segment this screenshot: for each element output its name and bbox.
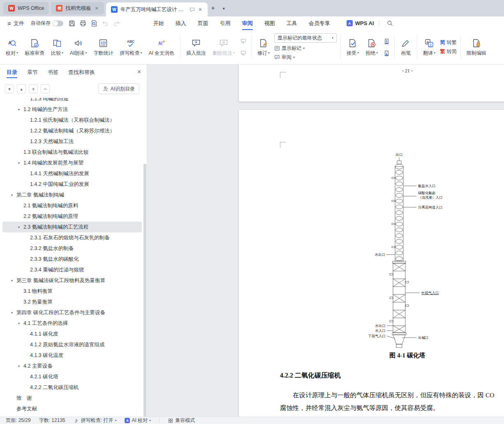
ai-proofread-status[interactable]: A AI 校对 ▾ [125, 417, 151, 424]
toc-item[interactable]: ▾ 参考文献 [2, 403, 142, 414]
toc-item[interactable]: ▾ 1.4 纯碱的发展前景与展望 [2, 158, 142, 168]
sidebar-tab[interactable]: 查找和替换 [68, 65, 95, 80]
word-count-button[interactable]: 123 字数统计 [90, 32, 116, 62]
ai-recognize-toc-button[interactable]: AI识别目录 [98, 83, 139, 94]
toc-item[interactable]: ▾ 1.1.3 纯碱的用途 [2, 98, 142, 104]
proofread-button[interactable]: A 校对▾ [2, 32, 21, 62]
previous-change-button[interactable] [382, 37, 391, 46]
tab-document-active[interactable]: W 年产五万吨纯碱工艺设计 计算 × [106, 2, 208, 16]
tab-wps-office[interactable]: W WPS Office [3, 2, 49, 14]
ai-polish-button[interactable]: AI AI 全文润色 [145, 32, 178, 62]
menu-tab[interactable]: 引用 [214, 16, 236, 30]
toc-item[interactable]: ▾ 1.2.2 氨碱法制纯碱（又称苏尔维法） [2, 125, 142, 136]
toc-item[interactable]: ▾ 2.3.3 氨盐水的碳酸化 [2, 254, 142, 264]
toc-item[interactable]: ▾ 第二章 氨碱法制纯碱 [2, 190, 142, 200]
menu-tab[interactable]: 插入 [170, 16, 192, 30]
toc-item[interactable]: ▾ 4.1.2 原始氨盐水溶液的适宜组成 [2, 339, 142, 350]
accept-change-button[interactable]: 接受▾ [343, 32, 362, 62]
toc-scrollbar[interactable] [143, 164, 146, 417]
toc-item[interactable]: ▾ 4.1 工艺条件的选择 [2, 318, 142, 329]
toc-item[interactable]: ▾ 4.2.2 二氧化碳压缩机 [2, 382, 142, 393]
undo-button[interactable] [100, 19, 111, 28]
toc-item[interactable]: ▾ 4.1.1 碳化度 [2, 329, 142, 339]
collapse-all-button[interactable]: ▾ [5, 84, 14, 93]
previous-comment-button[interactable] [239, 37, 248, 46]
menu-tab[interactable]: 工具 [281, 16, 303, 30]
spell-check-button[interactable]: ABC 拼写检查▾ [116, 32, 145, 62]
menu-tab[interactable]: 开始 [148, 16, 170, 30]
autosave-control[interactable]: 自动保存 [28, 20, 67, 27]
markup-state-dropdown[interactable]: 显示标记的最终状态 ▾ [274, 33, 337, 43]
page-22[interactable]: 出口 氨盐水入口 碳酸化氨卤 （清洗液）入口 分离器闸道入口 中段气入口 出碱口… [239, 110, 504, 417]
toc-item[interactable]: ▾ 2.3.1 石灰石的煅烧与石灰乳的制备 [2, 232, 142, 243]
next-comment-button[interactable] [239, 49, 248, 58]
insert-comment-button[interactable]: 插入批注 [183, 32, 209, 62]
close-sidebar-icon[interactable]: × [137, 68, 141, 76]
restrict-editing-button[interactable]: 限制编辑 [463, 32, 490, 62]
toc-item[interactable]: ▾ 1.4.2 中国纯碱工业的发展 [2, 179, 142, 190]
compare-button[interactable]: 比较▾ [48, 32, 67, 62]
change-nav-buttons [382, 37, 391, 58]
zoom-out-toc-button[interactable]: − [41, 84, 50, 93]
toc-item[interactable]: ▾ 2.2 氨碱法制纯碱的原理 [2, 211, 142, 222]
toc-item[interactable]: ▾ 1.2 纯碱的生产方法 [2, 104, 142, 115]
ink-brush-button[interactable]: 画笔 [397, 32, 414, 62]
toc-item[interactable]: ▾ 1.3 联合制碱法与氨碱法比较 [2, 147, 142, 158]
toc-item[interactable]: ▾ 4.1.3 碳化温度 [2, 350, 142, 361]
toc-item[interactable]: ▾ 3.1 物料衡算 [2, 286, 142, 297]
menu-tab[interactable]: 会员专享 [303, 16, 336, 30]
new-tab-button[interactable]: + [208, 2, 218, 14]
toc-item[interactable]: ▾ 2.3.4 重碱的过滤与煅烧 [2, 264, 142, 275]
next-change-button[interactable] [382, 49, 391, 58]
toc-item[interactable]: ▾ 2.1 氨碱法制纯碱的原料 [2, 200, 142, 211]
print-preview-button[interactable] [89, 19, 100, 28]
delete-comment-button[interactable]: 删除批注▾ [209, 32, 238, 62]
toc-item[interactable]: ▾ 4.2 主要设备 [2, 361, 142, 371]
standard-review-button[interactable]: 标准审查 [21, 32, 48, 62]
toc-item[interactable]: ▾ 1.2.1 侯氏制碱法（又称联合制碱法） [2, 115, 142, 125]
toc-item[interactable]: ▾ 致 谢 [2, 393, 142, 403]
toc-item-label: 1.2.3 天然碱加工法 [30, 138, 74, 145]
menu-tab[interactable]: 页面 [192, 16, 214, 30]
review-pane-button[interactable]: 审阅 ▾ [274, 54, 337, 61]
traditional-to-simplified-button[interactable]: 繁 转简 [440, 48, 457, 55]
ai-read-aloud-button[interactable]: AI朗读▾ [67, 32, 90, 62]
tab-docer-templates[interactable]: 稻 找稻壳模板 × [51, 2, 104, 14]
close-icon[interactable]: × [94, 5, 99, 12]
expand-all-button[interactable]: ▴ [17, 84, 26, 93]
spell-check-status[interactable]: A 拼写检查: 打开 ▾ [74, 417, 117, 424]
simplified-to-traditional-button[interactable]: 简 转繁 [440, 39, 457, 46]
toc-item[interactable]: ▾ 2.3.2 氨盐水的制备 [2, 243, 142, 254]
toc-item[interactable]: ▾ 1.4.1 天然碱制碱法的发展 [2, 168, 142, 179]
tab-list-button[interactable]: ▾ [218, 2, 229, 14]
toc-item[interactable]: ▾ 2.3 氨碱法制纯碱的工艺流程 [2, 222, 142, 232]
autosave-toggle[interactable] [53, 21, 63, 26]
sidebar-tab[interactable]: 目录 [7, 65, 17, 80]
menu-tab[interactable]: 审阅 [236, 16, 259, 30]
document-area[interactable]: - 21 - [147, 65, 504, 417]
toc-item[interactable]: ▾ 3.2 热量衡算 [2, 297, 142, 307]
translate-button[interactable]: A文 翻译▾ [420, 32, 439, 62]
toc-item[interactable]: ▾ 1.2.3 天然碱加工法 [2, 136, 142, 147]
compatibility-mode-indicator[interactable]: 兼容模式 [168, 417, 195, 424]
sidebar-tab[interactable]: 章节 [27, 65, 38, 80]
chevron-down-icon: ▾ [85, 51, 87, 55]
print-button[interactable] [78, 19, 89, 28]
show-markup-button[interactable]: 显示标记 ▾ [274, 45, 337, 52]
wps-ai-button[interactable]: A WPS AI [347, 20, 374, 26]
redo-button[interactable]: ▾ [111, 19, 122, 28]
toc-item[interactable]: ▾ 第三章 氨碱法碳化工段物料及热量衡算 [2, 275, 142, 286]
sidebar-tab[interactable]: 书签 [48, 65, 58, 80]
delete-comment-label: 删除批注 [213, 50, 232, 57]
chevron-down-icon: ▾ [293, 56, 295, 59]
track-changes-button[interactable]: 修订▾ [254, 32, 273, 62]
close-icon[interactable]: × [198, 6, 203, 13]
save-button[interactable] [67, 19, 78, 28]
search-button[interactable] [384, 19, 395, 28]
file-menu-button[interactable]: ≡ 文件 [4, 20, 28, 27]
toc-item[interactable]: ▾ 第四章 碳化工段的工艺条件与主要设备 [2, 307, 142, 318]
menu-tab[interactable]: 视图 [259, 16, 281, 30]
reject-change-button[interactable]: 拒绝▾ [362, 32, 381, 62]
zoom-in-toc-button[interactable]: + [29, 84, 38, 93]
toc-item[interactable]: ▾ 4.2.1 碳化塔 [2, 371, 142, 382]
